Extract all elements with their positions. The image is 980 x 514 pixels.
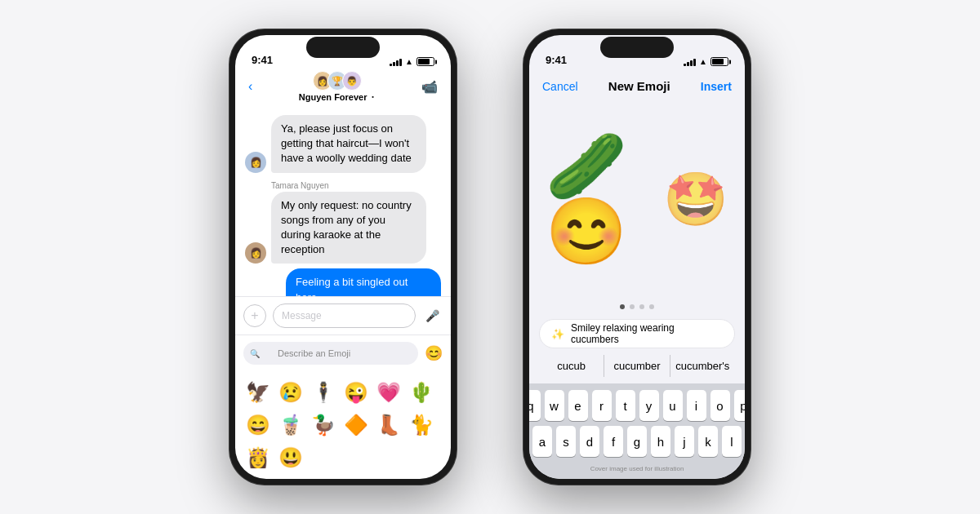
autocomplete-word-1[interactable]: cucub <box>539 355 604 377</box>
emoji-item[interactable]: 👢 <box>374 410 403 440</box>
key-u[interactable]: u <box>663 390 683 421</box>
key-i[interactable]: i <box>687 390 706 421</box>
mic-button[interactable]: 🎤 <box>422 309 443 322</box>
message-input[interactable]: Message <box>273 304 416 328</box>
group-info[interactable]: 👩 🏆 👨 Nguyen Forever ⬝ <box>299 71 376 102</box>
status-icons-right: ▲ <box>684 57 728 66</box>
time-left: 9:41 <box>252 54 273 66</box>
cover-image-text: Cover image used for illustration <box>532 462 742 476</box>
keyboard-row-2: a s d f g h j k l <box>532 426 742 457</box>
back-button[interactable]: ‹ <box>248 79 252 94</box>
emoji-face-button[interactable]: 😊 <box>425 344 443 362</box>
key-k[interactable]: k <box>698 426 718 457</box>
emoji-grid: 🦅 😢 🕴️ 😜 💗 🌵 😄 🧋 🦆 🔶 👢 🐈 👸 😃 <box>235 371 451 479</box>
key-q[interactable]: q <box>529 390 541 421</box>
key-d[interactable]: d <box>580 426 599 457</box>
key-t[interactable]: t <box>616 390 635 421</box>
dot-1[interactable] <box>620 304 625 309</box>
message-input-area: + Message 🎤 <box>235 296 451 335</box>
message-bubble: Ya, please just focus on getting that ha… <box>271 115 426 173</box>
autocomplete-bar: cucub cucumber cucumber's <box>529 355 745 383</box>
dot-2[interactable] <box>630 304 635 309</box>
avatar-3: 👨 <box>342 71 362 91</box>
emoji-item[interactable]: 🦅 <box>243 378 273 407</box>
emoji-description-input[interactable]: ✨ Smiley relaxing wearing cucumbers <box>539 319 735 348</box>
key-s[interactable]: s <box>556 426 576 457</box>
secondary-emoji-preview: 🤩 <box>663 173 728 225</box>
key-w[interactable]: w <box>545 390 564 421</box>
left-phone: 9:41 ▲ ‹ 👩 🏆 👨 <box>229 29 457 485</box>
emoji-item[interactable]: 🧋 <box>276 410 305 440</box>
battery-icon <box>416 57 434 66</box>
key-g[interactable]: g <box>627 426 647 457</box>
key-r[interactable]: r <box>592 390 612 421</box>
sparkle-icon: ✨ <box>551 328 564 340</box>
messages-nav: ‹ 👩 🏆 👨 Nguyen Forever ⬝ 📹 <box>235 71 451 109</box>
pagination-dots <box>529 298 745 319</box>
emoji-item[interactable]: 😄 <box>243 410 273 440</box>
message-row: 👩 Ya, please just focus on getting that … <box>245 115 441 173</box>
avatar: 👩 <box>245 242 266 264</box>
video-call-button[interactable]: 📹 <box>421 79 438 95</box>
avatar: 👩 <box>245 152 266 173</box>
wifi-icon: ▲ <box>405 57 413 66</box>
signal-icon-right <box>684 58 696 66</box>
message-row-sent: Feeling a bit singled out here <box>245 268 441 296</box>
key-f[interactable]: f <box>604 426 623 457</box>
dynamic-island-right <box>600 37 674 58</box>
status-icons-left: ▲ <box>390 57 434 66</box>
emoji-item[interactable]: 🕴️ <box>309 378 338 407</box>
emoji-item[interactable]: 😃 <box>276 443 305 472</box>
autocomplete-word-3[interactable]: cucumber's <box>670 355 735 377</box>
key-a[interactable]: a <box>532 426 552 457</box>
emoji-item[interactable]: 😢 <box>276 378 305 407</box>
dot-3[interactable] <box>639 304 644 309</box>
emoji-search-input[interactable]: 🔍 Describe an Emoji <box>243 342 418 365</box>
emoji-search-bar: 🔍 Describe an Emoji 😊 <box>235 335 451 371</box>
emoji-item[interactable]: 👸 <box>243 443 273 472</box>
right-phone: 9:41 ▲ Cancel New Emoji Insert <box>523 29 751 485</box>
signal-icon <box>390 58 402 66</box>
emoji-item[interactable]: 🐈 <box>407 410 436 440</box>
sender-name: Tamara Nguyen <box>271 181 441 190</box>
emoji-item[interactable]: 🦆 <box>309 410 338 440</box>
keyboard-row-1: q w e r t y u i o p <box>532 390 742 421</box>
cancel-button[interactable]: Cancel <box>542 80 578 93</box>
group-name: Nguyen Forever ⬝ <box>299 92 376 102</box>
message-bubble: My only request: no country songs from a… <box>271 192 426 264</box>
wifi-icon-right: ▲ <box>699 57 707 66</box>
main-emoji-preview: 🥒😊 <box>546 134 630 264</box>
add-button[interactable]: + <box>243 304 266 327</box>
key-o[interactable]: o <box>710 390 730 421</box>
key-l[interactable]: l <box>722 426 742 457</box>
dot-4[interactable] <box>649 304 654 309</box>
search-icon: 🔍 <box>250 349 260 358</box>
key-p[interactable]: p <box>734 390 746 421</box>
new-emoji-header: Cancel New Emoji Insert <box>529 71 745 100</box>
keyboard: q w e r t y u i o p a s d f g h j k l <box>529 383 745 479</box>
emoji-desc-container: ✨ Smiley relaxing wearing cucumbers <box>529 319 745 355</box>
message-group: Tamara Nguyen 👩 My only request: no coun… <box>245 181 441 264</box>
key-y[interactable]: y <box>639 390 659 421</box>
time-right: 9:41 <box>546 54 567 66</box>
battery-icon-right <box>710 57 728 66</box>
avatar-stack: 👩 🏆 👨 <box>313 71 362 91</box>
emoji-item[interactable]: 😜 <box>341 378 371 407</box>
message-row: 👩 My only request: no country songs from… <box>245 192 441 264</box>
emoji-preview-area: 🥒😊 🤩 <box>529 100 745 298</box>
dynamic-island-left <box>306 37 380 58</box>
emoji-item[interactable]: 🔶 <box>341 410 371 440</box>
message-bubble-sent: Feeling a bit singled out here <box>286 268 441 296</box>
key-e[interactable]: e <box>568 390 588 421</box>
key-j[interactable]: j <box>675 426 694 457</box>
autocomplete-word-2[interactable]: cucumber <box>604 355 670 377</box>
key-h[interactable]: h <box>651 426 670 457</box>
new-emoji-title: New Emoji <box>608 79 670 93</box>
emoji-item[interactable]: 🌵 <box>407 378 436 407</box>
chat-area: 👩 Ya, please just focus on getting that … <box>235 109 451 296</box>
insert-button[interactable]: Insert <box>701 80 732 93</box>
emoji-item[interactable]: 💗 <box>374 378 403 407</box>
